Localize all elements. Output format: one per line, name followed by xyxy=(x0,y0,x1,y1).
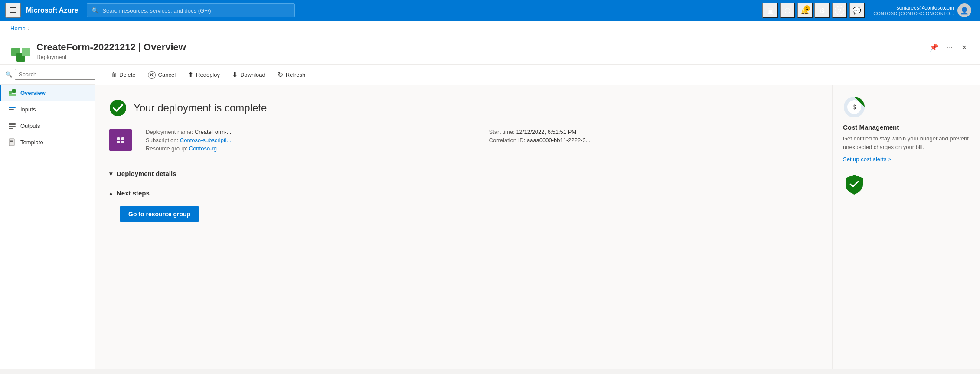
cost-management-icon: $ xyxy=(843,96,866,118)
sidebar-search-input[interactable] xyxy=(15,69,95,80)
start-time-value: 12/12/2022, 6:51:51 PM xyxy=(516,129,576,135)
deployment-info-section: Deployment name: CreateForm-... Subscrip… xyxy=(109,129,818,153)
help-button[interactable]: ? xyxy=(832,3,847,18)
security-section xyxy=(843,173,970,197)
sidebar-nav: Overview Inputs xyxy=(0,85,95,369)
svg-rect-5 xyxy=(9,94,16,96)
svg-rect-19 xyxy=(117,137,120,140)
cloud-shell-icon: ⬡ xyxy=(784,7,791,15)
top-navigation: ☰ Microsoft Azure 🔍 ▣ ⬡ 🔔 1 ⚙ ? 💬 soniar… xyxy=(0,0,980,21)
svg-rect-8 xyxy=(9,111,15,111)
resource-group-row: Resource group: Contoso-rg xyxy=(146,145,475,152)
cost-management-description: Get notified to stay within your budget … xyxy=(843,134,970,151)
deployment-details-label: Deployment details xyxy=(117,170,176,177)
svg-rect-6 xyxy=(9,107,16,108)
deployment-details-accordion: ▾ Deployment details xyxy=(109,166,818,182)
search-icon: 🔍 xyxy=(91,7,99,14)
deployment-complete-title: Your deployment is complete xyxy=(134,102,267,114)
refresh-button[interactable]: ↻ Refresh xyxy=(272,68,311,81)
sidebar-item-inputs[interactable]: Inputs xyxy=(0,101,95,117)
svg-rect-22 xyxy=(121,141,124,143)
user-profile[interactable]: soniarees@contoso.com CONTOSO (CONTOSO.O… xyxy=(870,3,975,17)
correlation-id-row: Correlation ID: aaaa0000-bb11-2222-3... xyxy=(489,137,819,143)
sidebar-item-outputs[interactable]: Outputs xyxy=(0,117,95,134)
start-time-label: Start time: xyxy=(489,129,515,135)
svg-rect-7 xyxy=(9,109,14,110)
next-steps-content: Go to resource group xyxy=(109,201,818,222)
next-steps-chevron: ▴ xyxy=(109,190,112,197)
deployment-name-value: CreateForm-... xyxy=(195,129,232,135)
sidebar-inputs-label: Inputs xyxy=(20,106,36,113)
outputs-icon xyxy=(8,122,16,130)
cloud-shell-button[interactable]: ⬡ xyxy=(780,3,795,18)
resource-group-label: Resource group: xyxy=(146,145,187,152)
next-steps-toggle[interactable]: ▴ Next steps xyxy=(109,185,818,201)
breadcrumb: Home › xyxy=(0,21,980,36)
svg-rect-15 xyxy=(10,141,13,142)
cost-management-section: $ Cost Management Get notified to stay w… xyxy=(843,96,970,163)
hamburger-menu[interactable]: ☰ xyxy=(5,3,21,18)
pin-button[interactable]: 📌 xyxy=(927,42,941,53)
cancel-icon: ✕ xyxy=(148,71,156,79)
overview-icon xyxy=(8,89,16,97)
sidebar: 🔍 « Overview xyxy=(0,65,95,369)
page-subtitle: Deployment xyxy=(36,54,927,60)
redeploy-icon: ⬆ xyxy=(188,71,193,79)
terminal-icon: ▣ xyxy=(767,7,774,15)
page-header-title-area: CreateForm-20221212 | Overview Deploymen… xyxy=(36,42,927,60)
subscription-row: Subscription: Contoso-subscripti... xyxy=(146,137,475,143)
sidebar-item-template[interactable]: Template xyxy=(0,134,95,150)
redeploy-button[interactable]: ⬆ Redeploy xyxy=(183,68,225,81)
inputs-icon xyxy=(8,105,16,113)
svg-rect-12 xyxy=(9,128,13,129)
refresh-icon: ↻ xyxy=(278,71,283,79)
nav-icon-group: ▣ ⬡ 🔔 1 ⚙ ? 💬 xyxy=(762,3,865,18)
hamburger-icon: ☰ xyxy=(10,6,16,15)
user-text-block: soniarees@contoso.com CONTOSO (CONTOSO.O… xyxy=(873,5,954,16)
subscription-label: Subscription: xyxy=(146,137,178,143)
terminal-button[interactable]: ▣ xyxy=(762,3,778,18)
deployment-resource-icon xyxy=(10,43,31,64)
deployment-name-row: Deployment name: CreateForm-... xyxy=(146,129,475,135)
sidebar-item-overview[interactable]: Overview xyxy=(0,85,95,101)
brand-name: Microsoft Azure xyxy=(26,7,78,14)
redeploy-label: Redeploy xyxy=(196,72,220,78)
template-icon xyxy=(8,138,16,146)
global-search-input[interactable] xyxy=(102,7,290,14)
toolbar: 🗑 Delete ✕ Cancel ⬆ Redeploy ⬇ Download … xyxy=(95,65,980,85)
notifications-button[interactable]: 🔔 1 xyxy=(797,3,813,18)
deployment-name-label: Deployment name: xyxy=(146,129,193,135)
delete-button[interactable]: 🗑 Delete xyxy=(106,69,141,81)
more-options-button[interactable]: ··· xyxy=(944,42,955,53)
svg-point-17 xyxy=(110,100,126,116)
page-header-actions: 📌 ··· ✕ xyxy=(927,42,970,53)
close-button[interactable]: ✕ xyxy=(959,42,970,53)
set-up-cost-alerts-link[interactable]: Set up cost alerts > xyxy=(843,156,892,163)
help-icon: ? xyxy=(835,6,844,15)
page-title: CreateForm-20221212 | Overview xyxy=(36,42,927,53)
download-icon: ⬇ xyxy=(232,71,238,79)
user-email: soniarees@contoso.com xyxy=(873,5,954,11)
main-content: Your deployment is complete xyxy=(95,85,980,369)
breadcrumb-separator: › xyxy=(28,26,30,32)
cancel-button[interactable]: ✕ Cancel xyxy=(143,68,181,81)
deployment-details-toggle[interactable]: ▾ Deployment details xyxy=(109,166,818,182)
download-button[interactable]: ⬇ Download xyxy=(227,68,271,81)
settings-button[interactable]: ⚙ xyxy=(814,3,830,18)
subscription-link[interactable]: Contoso-subscripti... xyxy=(180,137,232,143)
resource-group-link[interactable]: Contoso-rg xyxy=(189,145,217,152)
deployment-panel: Your deployment is complete xyxy=(95,85,833,369)
svg-rect-20 xyxy=(121,137,124,140)
success-check-icon xyxy=(109,99,127,117)
deployment-details-chevron: ▾ xyxy=(109,170,112,177)
go-to-resource-group-button[interactable]: Go to resource group xyxy=(120,206,199,222)
feedback-button[interactable]: 💬 xyxy=(849,3,865,18)
next-steps-label: Next steps xyxy=(117,189,150,197)
refresh-label: Refresh xyxy=(286,72,306,78)
svg-rect-21 xyxy=(117,141,120,143)
deployment-type-icon xyxy=(109,129,132,151)
correlation-id-value: aaaa0000-bb11-2222-3... xyxy=(527,137,591,143)
sidebar-template-label: Template xyxy=(20,139,43,146)
breadcrumb-home[interactable]: Home xyxy=(10,25,26,32)
delete-icon: 🗑 xyxy=(111,72,117,78)
